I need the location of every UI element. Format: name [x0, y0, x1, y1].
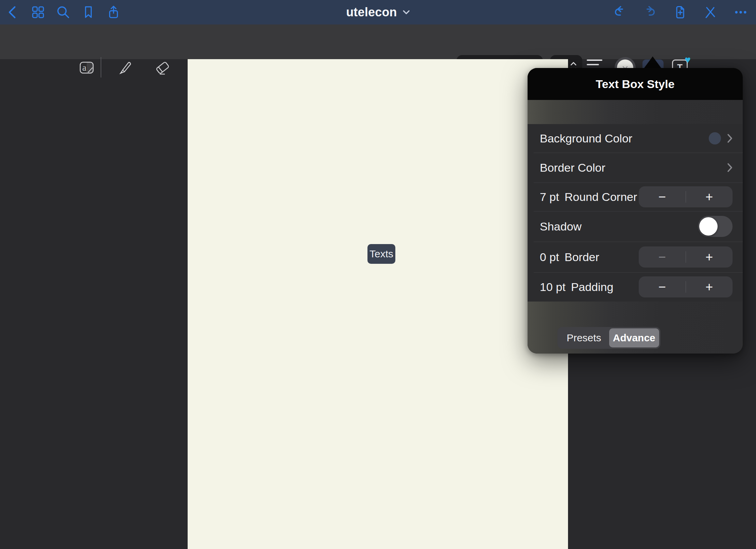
plus-button[interactable]: +: [686, 246, 733, 268]
heart-icon: ♥: [685, 54, 691, 66]
row-label: Border: [565, 251, 599, 264]
row-background-color[interactable]: Background Color: [528, 124, 743, 153]
topbar-right-icons: [612, 0, 748, 24]
row-border-color[interactable]: Border Color: [528, 153, 743, 183]
padding-value: 10 pt: [540, 280, 566, 294]
search-icon[interactable]: [56, 5, 71, 20]
popover-footer: Presets Advance: [528, 302, 743, 354]
minus-button[interactable]: −: [639, 276, 686, 297]
pen-tool-icon[interactable]: [117, 59, 133, 76]
undo-icon[interactable]: [612, 5, 627, 20]
popover-preview-band: [528, 100, 743, 124]
row-border: 0 pt Border − +: [528, 242, 743, 272]
row-label: Background Color: [540, 132, 632, 145]
minus-button[interactable]: −: [639, 186, 686, 207]
page-grid-icon[interactable]: [31, 5, 46, 20]
bookmark-icon[interactable]: [81, 5, 96, 20]
handwriting-mode-icon[interactable]: a: [79, 59, 95, 76]
border-stepper: − +: [639, 246, 733, 268]
notebook-page[interactable]: [188, 59, 568, 549]
advance-tab[interactable]: Advance: [609, 328, 659, 347]
shadow-toggle[interactable]: [698, 216, 733, 237]
row-label: Border Color: [540, 161, 605, 174]
tool-bar: a: [0, 24, 756, 59]
chevron-right-icon: [727, 163, 733, 172]
plus-button[interactable]: +: [686, 276, 733, 297]
chevron-down-icon: [402, 10, 410, 15]
popover-arrow: [643, 56, 662, 69]
readonly-pencil-icon[interactable]: [703, 5, 718, 20]
chevron-right-icon: [727, 134, 733, 143]
minus-button[interactable]: −: [639, 246, 686, 268]
document-title-dropdown[interactable]: utelecon: [346, 0, 410, 24]
row-label: Round Corner: [565, 190, 637, 204]
svg-text:a: a: [82, 63, 86, 73]
popover-header: Text Box Style: [528, 68, 743, 100]
row-shadow: Shadow: [528, 211, 743, 242]
back-icon[interactable]: [5, 5, 20, 20]
padding-stepper: − +: [639, 276, 733, 297]
canvas-textbox-text: Texts: [370, 248, 393, 260]
round-corner-stepper: − +: [639, 186, 733, 207]
plus-button[interactable]: +: [686, 186, 733, 207]
background-color-swatch: [709, 132, 721, 144]
presets-tab[interactable]: Presets: [559, 328, 609, 347]
border-value: 0 pt: [540, 251, 559, 264]
toolbar-separator: [101, 57, 101, 78]
document-title: utelecon: [346, 5, 397, 19]
add-page-icon[interactable]: [673, 5, 688, 20]
toggle-knob: [699, 217, 718, 236]
row-round-corner: 7 pt Round Corner − +: [528, 183, 743, 211]
row-label: Padding: [571, 280, 614, 294]
popover-rows: Background Color Border Color 7 pt Round…: [528, 124, 743, 302]
topbar-left-icons: [5, 0, 121, 24]
canvas-textbox[interactable]: Texts: [367, 244, 395, 264]
presets-advance-segmented-control: Presets Advance: [557, 327, 660, 349]
round-corner-value: 7 pt: [540, 190, 559, 204]
more-icon[interactable]: [733, 5, 748, 20]
top-navigation-bar: utelecon: [0, 0, 756, 24]
share-icon[interactable]: [106, 5, 121, 20]
eraser-tool-icon[interactable]: [154, 59, 171, 76]
popover-title: Text Box Style: [596, 78, 675, 91]
row-padding: 10 pt Padding − +: [528, 272, 743, 302]
textbox-style-popover: Text Box Style Background Color Border C…: [528, 68, 743, 354]
row-label: Shadow: [540, 220, 582, 233]
redo-icon[interactable]: [642, 5, 657, 20]
